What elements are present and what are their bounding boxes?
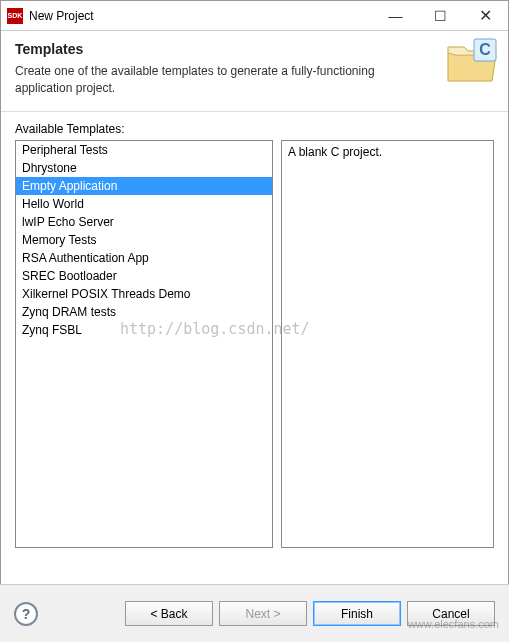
list-item[interactable]: Hello World [16,195,272,213]
window-controls: — ☐ ✕ [373,1,508,30]
help-button[interactable]: ? [14,602,38,626]
folder-c-icon: C [444,37,500,85]
template-list[interactable]: Peripheral TestsDhrystoneEmpty Applicati… [15,140,273,548]
content-area: Available Templates: Peripheral TestsDhr… [1,112,508,558]
app-icon: SDK [7,8,23,24]
button-bar: ? < Back Next > Finish Cancel www.elecfa… [0,584,509,642]
window-title: New Project [29,9,373,23]
list-item[interactable]: Zynq DRAM tests [16,303,272,321]
close-button[interactable]: ✕ [463,1,508,30]
list-item[interactable]: Memory Tests [16,231,272,249]
maximize-button[interactable]: ☐ [418,1,463,30]
minimize-button[interactable]: — [373,1,418,30]
svg-text:C: C [479,41,491,58]
titlebar: SDK New Project — ☐ ✕ [1,1,508,31]
cancel-button[interactable]: Cancel [407,601,495,626]
list-item[interactable]: lwIP Echo Server [16,213,272,231]
list-item[interactable]: Zynq FSBL [16,321,272,339]
list-item[interactable]: Xilkernel POSIX Threads Demo [16,285,272,303]
list-item[interactable]: Empty Application [16,177,272,195]
list-item[interactable]: RSA Authentication App [16,249,272,267]
panels: Peripheral TestsDhrystoneEmpty Applicati… [15,140,494,548]
template-description: A blank C project. [281,140,494,548]
wizard-header: Templates Create one of the available te… [1,31,508,112]
list-item[interactable]: Dhrystone [16,159,272,177]
templates-label: Available Templates: [15,122,494,136]
list-item[interactable]: SREC Bootloader [16,267,272,285]
back-button[interactable]: < Back [125,601,213,626]
page-title: Templates [15,41,494,57]
finish-button[interactable]: Finish [313,601,401,626]
page-description: Create one of the available templates to… [15,63,494,97]
list-item[interactable]: Peripheral Tests [16,141,272,159]
next-button[interactable]: Next > [219,601,307,626]
